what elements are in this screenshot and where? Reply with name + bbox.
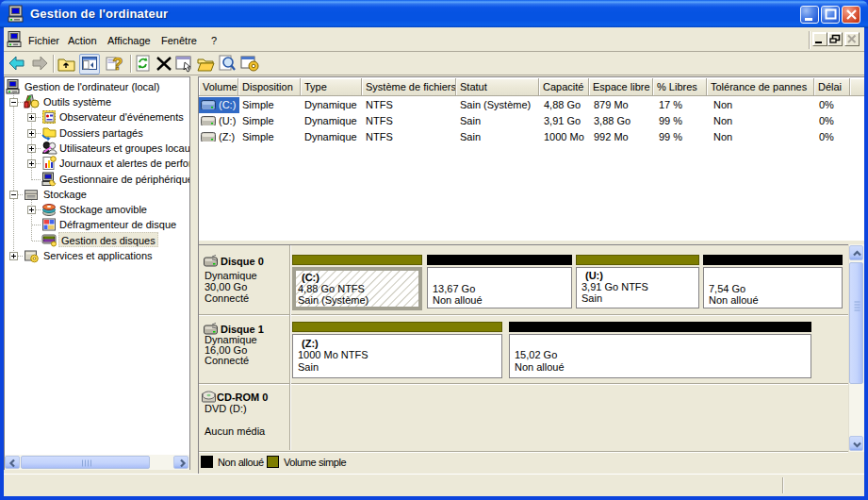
svg-text:?: ? xyxy=(113,55,123,73)
